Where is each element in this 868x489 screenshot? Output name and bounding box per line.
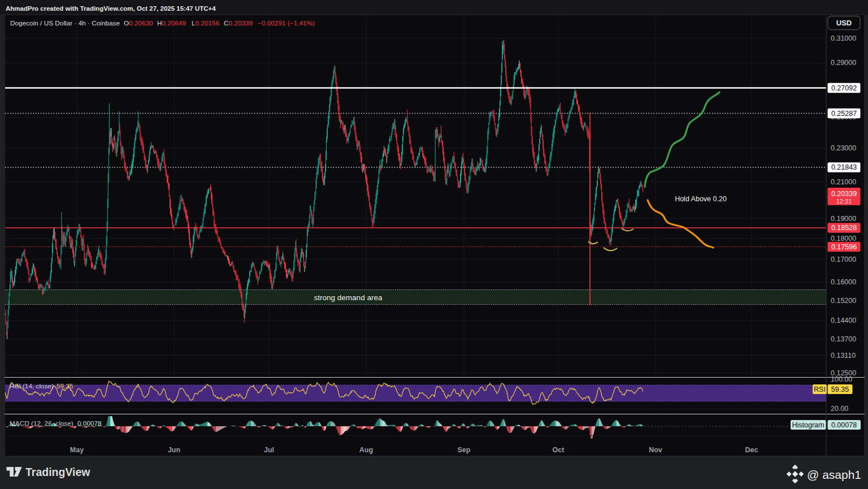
svg-text:0.23000: 0.23000 <box>831 144 856 152</box>
svg-text:H0.20649: H0.20649 <box>157 19 186 27</box>
svg-text:Jul: Jul <box>264 446 274 454</box>
svg-text:MACD (12, 26, close): MACD (12, 26, close) <box>10 419 73 427</box>
svg-text:0.29000: 0.29000 <box>831 59 856 67</box>
svg-text:0.19000: 0.19000 <box>831 215 856 223</box>
svg-text:0.25287: 0.25287 <box>831 110 857 118</box>
svg-text:0.17596: 0.17596 <box>831 243 857 251</box>
svg-text:0.00078: 0.00078 <box>77 419 102 427</box>
svg-text:0.18528: 0.18528 <box>831 224 857 232</box>
svg-text:Oct: Oct <box>553 446 565 454</box>
svg-text:100.00: 100.00 <box>831 375 852 383</box>
svg-text:AhmadPro created with TradingV: AhmadPro created with TradingView.com, O… <box>6 5 216 12</box>
svg-text:0.17000: 0.17000 <box>831 256 856 263</box>
svg-text:Jun: Jun <box>168 446 180 454</box>
svg-text:59.35: 59.35 <box>57 382 73 390</box>
svg-text:USD: USD <box>836 19 852 27</box>
svg-text:May: May <box>70 446 84 454</box>
svg-text:strong demand area: strong demand area <box>314 293 383 302</box>
svg-text:59.35: 59.35 <box>831 386 849 393</box>
svg-text:Nov: Nov <box>649 446 662 454</box>
svg-text:0.00078: 0.00078 <box>831 421 857 429</box>
svg-text:0.18000: 0.18000 <box>831 235 856 243</box>
svg-text:20.00: 20.00 <box>831 405 848 413</box>
svg-text:C0.20339: C0.20339 <box>224 19 253 27</box>
svg-text:Dec: Dec <box>745 446 758 454</box>
svg-text:0.13110: 0.13110 <box>831 352 856 360</box>
svg-text:0.14400: 0.14400 <box>831 317 856 324</box>
svg-text:0.21843: 0.21843 <box>831 163 857 171</box>
svg-text:TradingView: TradingView <box>25 466 90 478</box>
svg-text:Sep: Sep <box>458 446 471 454</box>
svg-text:Histogram: Histogram <box>792 421 824 429</box>
svg-text:Dogecoin / US Dollar · 4h · Co: Dogecoin / US Dollar · 4h · Coinbase <box>10 19 120 27</box>
svg-text:L0.20156: L0.20156 <box>192 19 220 27</box>
svg-text:0.20339: 0.20339 <box>831 190 857 198</box>
svg-text:RSI: RSI <box>814 386 826 393</box>
svg-text:0.15200: 0.15200 <box>831 297 856 305</box>
svg-text:O0.20630: O0.20630 <box>124 19 153 27</box>
svg-text:0.21000: 0.21000 <box>831 178 856 186</box>
svg-text:0.27092: 0.27092 <box>831 84 857 92</box>
svg-text:0.31000: 0.31000 <box>831 34 856 42</box>
svg-text:0.13700: 0.13700 <box>831 335 856 343</box>
svg-text:RSI (14, close): RSI (14, close) <box>10 382 54 390</box>
svg-text:0.16000: 0.16000 <box>831 278 856 286</box>
svg-text:Aug: Aug <box>359 446 373 454</box>
svg-text:12:31: 12:31 <box>836 198 852 205</box>
svg-text:@ asaph1: @ asaph1 <box>807 468 861 481</box>
svg-text:Hold Above 0.20: Hold Above 0.20 <box>675 195 727 203</box>
svg-text:−0.00291 (−1.41%): −0.00291 (−1.41%) <box>258 19 315 27</box>
